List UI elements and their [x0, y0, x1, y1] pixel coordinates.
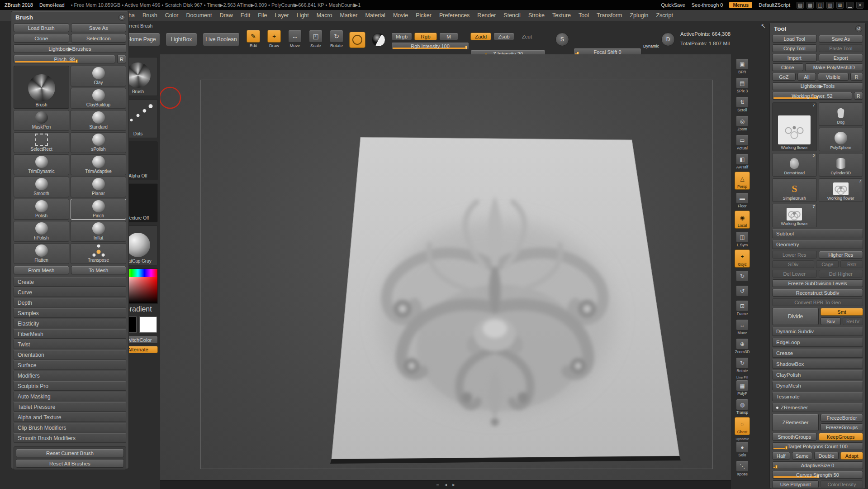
menu-item[interactable]: Transform [593, 11, 626, 20]
tool-item[interactable]: 7 Working flower [772, 204, 817, 227]
tool-item[interactable]: Dog [819, 102, 863, 126]
brush-section-header[interactable]: Alpha and Texture [14, 412, 126, 422]
mrgb-button[interactable]: Mrgb [391, 33, 412, 40]
focal-shift-icon[interactable]: S [555, 33, 569, 46]
tool-restore-icon[interactable]: ↺ [855, 25, 862, 32]
layout-grid-icon[interactable]: ▦ [806, 2, 814, 9]
menu-item[interactable]: Light [293, 11, 313, 20]
draw-mode-button[interactable]: + Draw [265, 30, 283, 48]
brush-section-header[interactable]: Tablet Pressure [14, 402, 126, 412]
sdiv-slider[interactable]: SDiv [772, 260, 814, 268]
brush-section-header[interactable]: Modifiers [14, 371, 126, 380]
menu-item[interactable]: Marker [337, 11, 361, 20]
double-button[interactable]: Double [814, 452, 839, 460]
subtool-section-header[interactable]: Subtool [772, 229, 863, 238]
shelf-toggle[interactable]: ↺ [735, 284, 749, 297]
rgb-intensity-slider[interactable]: Rgb Intensity 100 [391, 42, 469, 50]
shelf-toggle[interactable]: ◧ AAHalf [735, 153, 749, 170]
use-polypaint-button[interactable]: Use Polypaint [772, 480, 819, 488]
lock-icon[interactable]: ⊠ [836, 2, 844, 9]
tool-item[interactable]: 7 Working flower [819, 178, 863, 202]
menu-item[interactable]: Edit [237, 11, 254, 20]
smooth-groups-button[interactable]: SmoothGroups [772, 433, 817, 441]
brush-item[interactable]: Smooth [14, 177, 69, 197]
shelf-toggle[interactable]: Dynamic ● Solo [735, 437, 749, 458]
lightbox-button[interactable]: LightBox [166, 33, 197, 46]
divider-right-arrow-icon[interactable]: ▸ [452, 482, 455, 488]
document-canvas[interactable] [160, 54, 731, 480]
tool-r-button[interactable]: R [854, 92, 863, 100]
shelf-toggle[interactable]: ◎ Zoom [735, 115, 749, 132]
curves-strength-slider[interactable]: Curves Strength 50 [772, 471, 863, 479]
geometry-subsection-header[interactable]: Crease [772, 349, 863, 358]
menu-item[interactable]: Color [161, 11, 182, 20]
adaptive-size-slider[interactable]: AdaptiveSize 0 [772, 461, 863, 469]
brush-item-current[interactable]: Brush [14, 66, 69, 109]
clone-tool-button[interactable]: Clone [772, 63, 803, 71]
brush-item[interactable]: sPolish [71, 132, 126, 153]
menu-item[interactable]: Brush [139, 11, 161, 20]
brush-item[interactable]: Transpose [71, 243, 126, 264]
menu-item[interactable]: Material [361, 11, 389, 20]
shelf-toggle[interactable]: ◉ Local [735, 211, 750, 229]
import-button[interactable]: Import [772, 54, 817, 62]
menu-item[interactable]: Preferences [436, 11, 473, 20]
tool-item-current[interactable]: 7 Working flower [772, 102, 817, 151]
geometry-subsection-header[interactable]: ShadowBox [772, 360, 863, 369]
brush-section-header[interactable]: Twist [14, 340, 126, 349]
zsub-button[interactable]: Zsub [493, 33, 514, 40]
zremesher-section-header[interactable]: ZRemesher [772, 403, 863, 412]
shelf-toggle[interactable]: △ Persp [735, 172, 750, 190]
shelf-toggle[interactable]: ⊕ Zoom3D [734, 337, 751, 355]
reuv-button[interactable]: ReUV [843, 317, 863, 325]
secondary-color-swatch[interactable] [139, 316, 157, 333]
menu-item[interactable]: Draw [216, 11, 237, 20]
export-button[interactable]: Export [819, 54, 863, 62]
tool-item[interactable]: PolySphere [819, 128, 863, 151]
target-polygons-slider[interactable]: Target Polygons Count 100 [772, 442, 863, 450]
keep-groups-button[interactable]: KeepGroups [819, 433, 863, 441]
color-density-button[interactable]: ColorDensity [821, 480, 863, 488]
tool-item[interactable]: Cylinder3D [819, 153, 863, 177]
smt-button[interactable]: Smt [821, 308, 863, 316]
tool-palette-arrow-icon[interactable]: ↖ [761, 23, 766, 29]
del-lower-button[interactable]: Del Lower [772, 270, 817, 278]
brush-item[interactable]: Inflat [71, 221, 126, 242]
menu-item[interactable]: Stencil [500, 11, 524, 20]
brush-section-header[interactable]: Surface [14, 360, 126, 370]
shelf-toggle[interactable]: ↔ Move [735, 318, 749, 336]
see-through-slider[interactable]: See-through 0 [692, 2, 723, 8]
lower-res-button[interactable]: Lower Res [772, 251, 817, 259]
brush-item[interactable]: Flatten [14, 243, 69, 264]
scale-mode-button[interactable]: ◰ Scale [307, 30, 325, 48]
shelf-toggle[interactable]: + Gxyz [735, 249, 750, 268]
shelf-toggle[interactable]: ◌ Ghost [735, 417, 750, 435]
palette-restore-icon[interactable]: ↺ [119, 14, 125, 21]
menu-item[interactable]: Layer [271, 11, 292, 20]
shelf-toggle[interactable]: ▭ Actual [735, 134, 749, 151]
geometry-subsection-header[interactable]: DynaMesh [772, 381, 863, 390]
brush-section-header[interactable]: Smooth Brush Modifiers [14, 433, 126, 443]
geometry-subsection-header[interactable]: ClayPolish [772, 370, 863, 379]
brush-section-header[interactable]: Clip Brush Modifiers [14, 423, 126, 432]
copy-tool-button[interactable]: Copy Tool [772, 44, 817, 52]
goz-visible-button[interactable]: Visible [818, 73, 848, 81]
menu-item[interactable]: Macro [313, 11, 336, 20]
divide-button[interactable]: Divide [772, 308, 819, 325]
clone-brush-button[interactable]: Clone [14, 34, 69, 43]
shelf-toggle[interactable]: ▬ Floor [735, 192, 749, 209]
geometry-section-header[interactable]: Geometry [772, 240, 863, 249]
suv-button[interactable]: Suv [821, 317, 841, 325]
brush-section-header[interactable]: Depth [14, 298, 126, 307]
shelf-toggle[interactable]: ◫ L.Sym [735, 230, 749, 248]
brush-item[interactable]: Standard [71, 110, 126, 131]
shelf-toggle[interactable]: ↻ Rotate [735, 356, 749, 374]
brush-section-header[interactable]: Curve [14, 288, 126, 297]
zadd-button[interactable]: Zadd [470, 33, 491, 40]
edit-mode-button[interactable]: ✎ Edit [244, 30, 262, 48]
brush-icon-index-slider[interactable]: Pinch. 99 [14, 55, 115, 63]
same-button[interactable]: Same [792, 452, 812, 460]
from-mesh-button[interactable]: From Mesh [14, 266, 69, 274]
menu-item[interactable]: Tool [575, 11, 593, 20]
shelf-toggle[interactable]: ⋱ Xpose [735, 460, 749, 477]
